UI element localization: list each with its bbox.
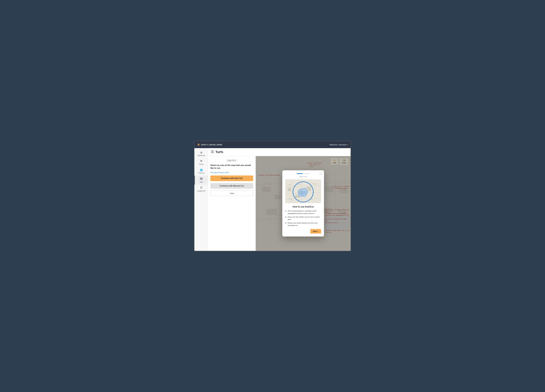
- user-dropdown-arrow: ▾: [347, 144, 348, 146]
- svg-text:Santiago: Santiago: [313, 184, 316, 184]
- app-frame: DATA for SOCIAL GOOD Welcome, Username ▾…: [194, 141, 351, 251]
- svg-line-6: [199, 145, 200, 146]
- modal-step-item-1: 1. Fill in the parameters or manually cu…: [285, 210, 321, 214]
- svg-line-5: [198, 144, 198, 144]
- dashboard-icon: ⊞: [200, 151, 202, 154]
- sidebar: ⊞ Dashboard Scripts 🌐 Universes Turfs: [194, 148, 208, 251]
- progress-step-1: [297, 173, 303, 174]
- modal-steps-list: 1. Fill in the parameters or manually cu…: [285, 210, 321, 227]
- sidebar-item-scripts[interactable]: Scripts: [194, 158, 208, 167]
- modal-step-item-3: 3. Review any section details you'd like…: [285, 222, 321, 227]
- svg-rect-9: [200, 160, 202, 161]
- sidebar-item-universes[interactable]: 🌐 Universes: [194, 167, 208, 176]
- step-indicator: Step 2 of 3: [226, 159, 237, 162]
- svg-rect-19: [211, 151, 212, 153]
- svg-text:Laguna Hills: Laguna Hills: [297, 200, 300, 200]
- sidebar-item-dashboard[interactable]: ⊞ Dashboard: [194, 149, 208, 158]
- modal-step-text-3: Review any section details you'd like mo…: [288, 222, 318, 226]
- sidebar-label-assignments: Assignments: [197, 190, 205, 192]
- modal-step-text-2: Hover over the sections you've cut to re…: [288, 216, 320, 220]
- modal-step-text-1: Fill in the parameters or manually cut t…: [288, 210, 316, 214]
- sidebar-item-assignments[interactable]: Assignments: [194, 185, 208, 194]
- modal-map-preview: Orange North Tustin Santiago Glen Drive …: [285, 179, 321, 203]
- modal-title: How to use AutoCut: [285, 206, 321, 208]
- modal-progress-bar: [285, 173, 321, 174]
- sidebar-label-scripts: Scripts: [199, 164, 204, 165]
- svg-rect-13: [201, 178, 202, 179]
- svg-line-8: [198, 145, 198, 146]
- welcome-text: Welcome, Username: [329, 144, 347, 146]
- modal-step-item-2: 2. Hover over the sections you've cut to…: [285, 216, 321, 220]
- back-button[interactable]: ‹ Back: [210, 191, 253, 196]
- assignments-icon: [200, 186, 203, 190]
- continue-manual-button[interactable]: Continue with Manual Cut: [210, 183, 253, 189]
- universes-icon: 🌐: [200, 169, 203, 172]
- continue-autocut-button[interactable]: Continue with Auto Cut: [210, 176, 253, 181]
- modal-step-indicator: Step 1 of 2: [285, 176, 321, 178]
- main-body: ⊞ Dashboard Scripts 🌐 Universes Turfs: [194, 148, 351, 251]
- svg-line-7: [199, 144, 200, 144]
- svg-rect-61: [307, 186, 311, 191]
- next-button[interactable]: Next ›: [310, 229, 321, 233]
- user-menu[interactable]: Welcome, Username ▾: [329, 144, 348, 146]
- logo-text: DATA for SOCIAL GOOD: [201, 144, 222, 146]
- sidebar-label-turfs: Turfs: [200, 181, 203, 183]
- left-panel: Step 2 of 3 Select an area of the map th…: [208, 156, 256, 251]
- modal-overlay: × Step 1 of 2: [256, 156, 351, 251]
- map-content: Step 2 of 3 Select an area of the map th…: [208, 156, 351, 251]
- modal-close-button[interactable]: ×: [320, 172, 322, 175]
- modal-footer: Next ›: [285, 229, 321, 233]
- turfs-page-icon: [211, 150, 214, 154]
- how-autocut-link[interactable]: How does Autocut work?: [210, 172, 253, 173]
- progress-step-2: [303, 173, 310, 174]
- svg-point-0: [198, 144, 199, 145]
- modal-map-image: Orange North Tustin Santiago Glen Drive …: [285, 179, 321, 203]
- scripts-icon: [200, 160, 203, 163]
- logo-icon: [197, 143, 200, 147]
- sidebar-item-turfs[interactable]: Turfs: [194, 176, 208, 185]
- top-nav: DATA for SOCIAL GOOD Welcome, Username ▾: [194, 141, 351, 148]
- next-arrow-icon: ›: [318, 230, 318, 232]
- logo-area: DATA for SOCIAL GOOD: [197, 143, 222, 147]
- svg-text:Glen Drive: Glen Drive: [288, 198, 292, 199]
- tutorial-modal: × Step 1 of 2: [282, 170, 324, 237]
- svg-rect-10: [200, 161, 202, 161]
- svg-text:Orange: Orange: [288, 184, 291, 185]
- sidebar-label-dashboard: Dashboard: [198, 155, 205, 156]
- panel-instruction: Select an area of the map that you would…: [210, 164, 253, 170]
- svg-rect-20: [213, 151, 214, 153]
- page-title: Turfs: [216, 150, 223, 154]
- content-area: Turfs Step 2 of 3 Select an area of the …: [208, 148, 351, 251]
- map-background: Orange Park Villa Park Santiago Laguna H…: [256, 156, 351, 251]
- svg-rect-59: [288, 188, 291, 191]
- next-label: Next: [313, 230, 317, 232]
- svg-text:Las Flores: Las Flores: [309, 199, 312, 200]
- svg-rect-12: [200, 178, 201, 179]
- page-header: Turfs: [208, 148, 351, 156]
- sidebar-label-universes: Universes: [198, 172, 204, 174]
- svg-text:North Tustin: North Tustin: [297, 184, 302, 184]
- turfs-icon: [200, 177, 203, 181]
- svg-rect-11: [200, 162, 201, 162]
